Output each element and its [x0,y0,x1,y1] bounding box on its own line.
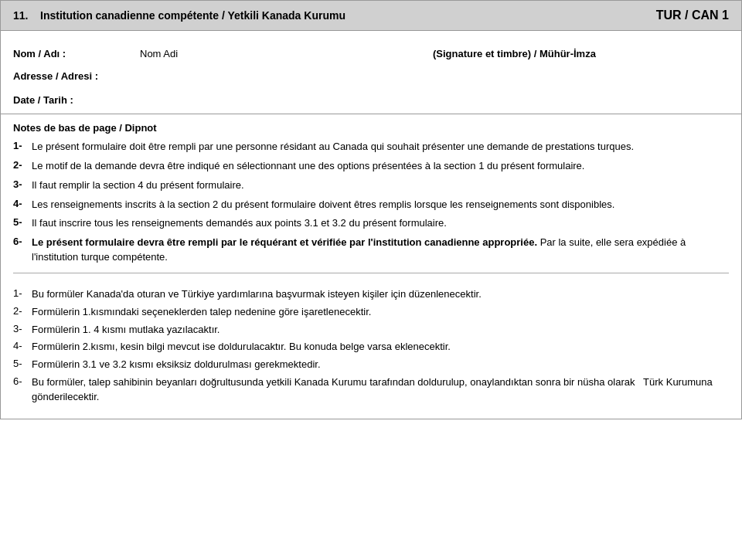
note-fr-3: 3- Il faut remplir la section 4 du prése… [13,178,729,193]
note-fr-3-num: 3- [13,178,32,190]
note-tr-2-num: 2- [13,305,32,317]
adresse-row: Adresse / Adresi : [13,70,729,82]
notes-section: Notes de bas de page / Dipnot 1- Le prés… [0,114,742,419]
header-title: 11. Institution canadienne compétente / … [13,9,345,22]
institution-title: Institution canadienne compétente / Yetk… [40,9,345,22]
note-fr-2-num: 2- [13,159,32,171]
adresse-label: Adresse / Adresi : [13,70,137,82]
note-tr-1-num: 1- [13,287,32,299]
note-fr-3-text: Il faut remplir la section 4 du présent … [32,178,729,193]
note-tr-2-text: Formülerin 1.kısmındaki seçeneklerden ta… [32,305,729,320]
note-fr-5-text: Il faut inscrire tous les renseignements… [32,216,729,231]
date-label: Date / Tarih : [13,94,137,106]
note-fr-1-text: Le présent formulaire doit être rempli p… [32,140,729,154]
institution-inner: Nom / Adı : Nom Adi (Signature et timbre… [1,31,741,106]
note-tr-5-text: Formülerin 3.1 ve 3.2 kısmı eksiksiz dol… [32,358,729,372]
nom-col: Nom / Adı : Nom Adi [13,48,371,59]
note-tr-5-num: 5- [13,358,32,369]
note-tr-3-text: Formülerin 1. 4 kısmı mutlaka yazılacakt… [32,323,729,338]
note-fr-6: 6- Le présent formulaire devra être remp… [13,236,729,265]
note-fr-4-num: 4- [13,198,32,209]
note-fr-2: 2- Le motif de la demande devra être ind… [13,159,729,174]
note-fr-4: 4- Les renseignements inscrits à la sect… [13,198,729,212]
nom-label: Nom / Adı : [13,48,137,59]
note-tr-3: 3- Formülerin 1. 4 kısmı mutlaka yazılac… [13,323,729,338]
signature-col: (Signature et timbre) / Mühür-İmza [371,48,729,59]
note-fr-4-text: Les renseignements inscrits à la section… [32,198,729,212]
nom-signature-row: Nom / Adı : Nom Adi (Signature et timbre… [13,48,729,59]
note-tr-4-num: 4- [13,340,32,351]
note-tr-2: 2- Formülerin 1.kısmındaki seçeneklerden… [13,305,729,320]
nom-value: Nom Adi [140,48,178,59]
note-fr-1-num: 1- [13,140,32,151]
note-tr-6-text: Bu formüler, talep sahibinin beyanları d… [32,375,729,405]
note-tr-4: 4- Formülerin 2.kısmı, kesin bilgi mevcu… [13,340,729,355]
header: 11. Institution canadienne compétente / … [0,0,742,31]
note-tr-3-num: 3- [13,323,32,334]
note-fr-6-text: Le présent formulaire devra être rempli … [32,236,729,265]
note-fr-6-num: 6- [13,236,32,247]
note-tr-5: 5- Formülerin 3.1 ve 3.2 kısmı eksiksiz … [13,358,729,372]
note-tr-1: 1- Bu formüler Kanada'da oturan ve Türki… [13,287,729,302]
page: 11. Institution canadienne compétente / … [0,0,742,560]
note-tr-1-text: Bu formüler Kanada'da oturan ve Türkiye … [32,287,729,302]
date-row: Date / Tarih : [13,94,729,106]
note-tr-6: 6- Bu formüler, talep sahibinin beyanlar… [13,375,729,405]
note-fr-5-num: 5- [13,216,32,228]
french-notes: 1- Le présent formulaire doit être rempl… [13,140,729,265]
header-code: TUR / CAN 1 [656,8,729,22]
note-tr-6-num: 6- [13,375,32,387]
note-fr-1: 1- Le présent formulaire doit être rempl… [13,140,729,154]
note-fr-2-text: Le motif de la demande devra être indiqu… [32,159,729,174]
note-fr-5: 5- Il faut inscrire tous les renseigneme… [13,216,729,231]
section-number: 11. [13,9,28,22]
divider [13,273,729,273]
notes-title: Notes de bas de page / Dipnot [13,122,729,134]
signature-label: (Signature et timbre) / Mühür-İmza [433,48,596,59]
note-tr-4-text: Formülerin 2.kısmı, kesin bilgi mevcut i… [32,340,729,355]
institution-block: Nom / Adı : Nom Adi (Signature et timbre… [0,31,742,114]
turkish-notes: 1- Bu formüler Kanada'da oturan ve Türki… [13,281,729,411]
